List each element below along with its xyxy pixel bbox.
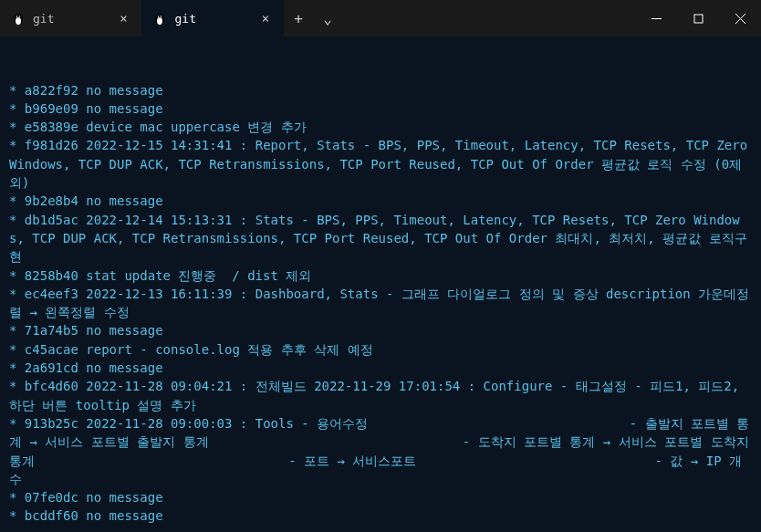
close-button[interactable] bbox=[719, 0, 761, 37]
log-line: * e58389e device mac uppercase 변경 추가 bbox=[9, 118, 752, 136]
log-line: * bcddf60 no message bbox=[9, 506, 752, 525]
svg-point-2 bbox=[16, 16, 18, 17]
tab-dropdown-button[interactable]: ⌄ bbox=[313, 0, 342, 37]
maximize-button[interactable] bbox=[677, 0, 719, 37]
tab-title: git bbox=[174, 12, 195, 26]
close-icon[interactable]: × bbox=[116, 11, 130, 26]
terminal-output[interactable]: * a822f92 no message* b969e09 no message… bbox=[0, 37, 761, 532]
tab-actions: + ⌄ bbox=[284, 0, 342, 37]
close-icon[interactable]: × bbox=[258, 11, 273, 26]
svg-rect-8 bbox=[694, 15, 703, 23]
log-line: * 07fe0dc no message bbox=[9, 488, 752, 506]
tab-git-active[interactable]: git × bbox=[141, 0, 283, 37]
minimize-button[interactable] bbox=[635, 0, 677, 37]
window-controls bbox=[635, 0, 761, 37]
log-line: * bfc4d60 2022-11-28 09:04:21 : 전체빌드 202… bbox=[9, 377, 752, 414]
log-line: * db1d5ac 2022-12-14 15:13:31 : Stats - … bbox=[9, 211, 752, 266]
svg-point-7 bbox=[161, 16, 162, 17]
log-line: * 8258b40 stat update 진행중 / dist 제외 bbox=[9, 266, 752, 285]
log-line: * ec4eef3 2022-12-13 16:11:39 : Dashboar… bbox=[9, 285, 752, 322]
penguin-icon bbox=[152, 11, 167, 26]
log-line: * 9b2e8b4 no message bbox=[9, 192, 752, 210]
tab-git-inactive[interactable]: git × bbox=[0, 0, 141, 37]
log-line: * f981d26 2022-12-15 14:31:41 : Report, … bbox=[9, 136, 752, 192]
log-line: * c45acae report - console.log 적용 추후 삭제 … bbox=[9, 340, 752, 359]
log-line: * b969e09 no message bbox=[9, 99, 752, 118]
tab-title: git bbox=[33, 12, 54, 26]
new-tab-button[interactable]: + bbox=[284, 0, 313, 37]
log-line: * a822f92 no message bbox=[9, 81, 752, 99]
titlebar: git × git × + ⌄ bbox=[0, 0, 761, 37]
svg-point-6 bbox=[158, 16, 160, 17]
log-line: * 913b25c 2022-11-28 09:00:03 : Tools - … bbox=[9, 414, 752, 488]
tabs-area: git × git × + ⌄ bbox=[0, 0, 342, 37]
penguin-icon bbox=[11, 11, 26, 26]
log-line: * 2a691cd no message bbox=[9, 359, 752, 377]
svg-point-3 bbox=[19, 16, 21, 17]
log-line: * 71a74b5 no message bbox=[9, 321, 752, 339]
